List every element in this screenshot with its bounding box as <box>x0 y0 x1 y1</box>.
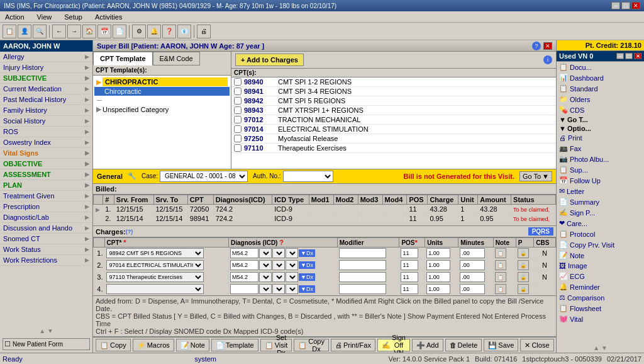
menu-setup[interactable]: Setup <box>62 13 85 21</box>
cr4-note[interactable]: 📋 <box>493 283 516 295</box>
cr3-p-button[interactable]: 🔒 <box>518 272 529 282</box>
right-menu-sign[interactable]: ✍ Sign P... <box>557 207 644 218</box>
cr3-modifier-input[interactable] <box>339 272 386 282</box>
sidebar-item-social[interactable]: Social History ▶ <box>0 116 92 127</box>
sidebar-item-assessment[interactable]: ASSESSMENT ▶ <box>0 169 92 180</box>
menu-action[interactable]: Action <box>3 13 27 21</box>
cpt-check-97014[interactable] <box>234 125 242 133</box>
sidebar-item-pmh[interactable]: Past Medical History ▶ <box>0 94 92 105</box>
right-menu-dashboard[interactable]: 📊 Dashboard <box>557 72 644 83</box>
cr1-pos-input[interactable] <box>401 248 418 258</box>
add-button[interactable]: ➕ Add <box>412 339 443 351</box>
sidebar-item-workrestrictions[interactable]: Work Restrictions ▶ <box>0 255 92 266</box>
cr4-p-button[interactable]: 🔒 <box>518 284 529 294</box>
right-menu-protocol[interactable]: 📋 Protocol <box>557 229 644 239</box>
toolbar-btn-8[interactable]: 📄 <box>113 25 126 38</box>
sidebar-item-family[interactable]: Family History ▶ <box>0 105 92 116</box>
cr2-p-button[interactable]: 🔒 <box>518 260 529 270</box>
right-menu-ecg[interactable]: 📈 ECG <box>557 271 644 282</box>
sidebar-item-ros[interactable]: ROS ▶ <box>0 127 92 137</box>
cr3-diag[interactable]: ▼Dx <box>228 271 337 283</box>
right-menu-letter[interactable]: ✉ Letter <box>557 186 644 196</box>
cpt-check-97250[interactable] <box>234 135 242 142</box>
cr1-diag-sel4[interactable] <box>286 248 298 258</box>
cr2-cpt[interactable]: 97014 ELECTRICAL STIMULATION <box>104 259 228 271</box>
right-menu-copy-prv[interactable]: 📄 Copy Prv. Visit <box>557 239 644 250</box>
cpt-check-98943[interactable] <box>234 106 242 114</box>
toolbar-btn-2[interactable]: 👤 <box>18 25 31 38</box>
billed-row-2[interactable]: 2. 12/15/14 12/15/14 98941 724.2 ICD-9 1… <box>94 213 556 223</box>
cr2-diag-input[interactable] <box>230 260 258 270</box>
cpt-check-97012[interactable] <box>234 116 242 123</box>
sidebar-item-snomed[interactable]: Snomed CT ▶ <box>0 234 92 244</box>
cr4-pos[interactable] <box>399 283 425 295</box>
toolbar-btn-1[interactable]: 📋 <box>3 25 16 38</box>
cr4-diag[interactable]: ▼Dx <box>228 283 337 295</box>
cpt-check-98941[interactable] <box>234 88 242 95</box>
cr1-minutes[interactable] <box>458 247 494 259</box>
right-menu-vital[interactable]: 💓 Vital <box>557 314 644 324</box>
cr4-note-button[interactable]: 📋 <box>495 284 506 294</box>
sidebar-item-prescription[interactable]: Prescription ▶ <box>0 202 92 212</box>
tree-item-chiro-sub[interactable]: Chiropractic <box>94 87 230 96</box>
cr2-diag-sel2[interactable] <box>259 260 272 270</box>
cr4-cpt[interactable] <box>104 283 228 295</box>
cr3-cpt[interactable]: 97110 Therapeutic Exercises <box>104 271 228 283</box>
new-patient-button[interactable]: ☐ New Patient Form <box>3 338 90 350</box>
tab-em-code[interactable]: E&M Code <box>153 52 200 65</box>
cr4-modifier-input[interactable] <box>339 284 386 294</box>
cr2-note[interactable]: 📋 <box>493 259 516 271</box>
right-menu-sup[interactable]: 📋 Sup... <box>557 164 644 175</box>
cr3-pos[interactable] <box>399 271 425 283</box>
sidebar-item-medication[interactable]: Current Medication ▶ <box>0 84 92 94</box>
right-menu-photo[interactable]: 📷 Photo Albu... <box>557 154 644 164</box>
cr3-diag-sel4[interactable] <box>286 272 298 282</box>
right-menu-comparison[interactable]: ⚖ Comparison <box>557 292 644 303</box>
right-menu-image[interactable]: 🖼 Image <box>557 261 644 271</box>
right-menu-olders[interactable]: 📁 Olders <box>557 94 644 105</box>
menu-activities[interactable]: Activities <box>92 13 125 21</box>
right-menu-print[interactable]: 🖨 Print <box>557 133 644 143</box>
cr3-pos-input[interactable] <box>401 272 418 282</box>
copy-dx-button[interactable]: 📋 Copy Dx <box>294 339 329 351</box>
cr1-cpt[interactable]: 98942 CMT SPI 5 REGIONS <box>104 247 228 259</box>
sidebar-item-subjective[interactable]: SUBJECTIVE ▶ <box>0 73 92 84</box>
cr4-p[interactable]: 🔒 <box>516 283 533 295</box>
menu-view[interactable]: View <box>35 13 55 21</box>
cr1-units[interactable] <box>425 247 458 259</box>
cr1-cpt-select[interactable]: 98942 CMT SPI 5 REGIONS <box>106 248 204 258</box>
sidebar-scroll-arrows[interactable]: ▲ ▼ <box>0 326 92 336</box>
cr4-units[interactable] <box>425 283 458 295</box>
right-menu-fax[interactable]: 📠 Fax <box>557 143 644 154</box>
template-button[interactable]: 📄 Template <box>211 339 258 351</box>
cr3-p[interactable]: 🔒 <box>516 271 533 283</box>
cr2-p[interactable]: 🔒 <box>516 259 533 271</box>
toolbar-btn-11[interactable]: ❓ <box>162 25 176 38</box>
right-menu-followup[interactable]: 📅 Follow Up <box>557 175 644 186</box>
cr2-modifier[interactable] <box>337 259 399 271</box>
toolbar-btn-6[interactable]: 🏠 <box>82 25 96 38</box>
panel-scroll-arrows[interactable]: ▲ ▼ <box>557 343 644 353</box>
cr1-diag-input[interactable] <box>230 248 258 258</box>
cr1-diag[interactable]: ▼Dx <box>228 247 337 259</box>
cr4-cpt-select[interactable] <box>106 284 204 294</box>
billed-row-1[interactable]: ▶ 1. 12/15/15 12/15/15 72050 724.2 ICD-9… <box>94 204 556 213</box>
cr3-modifier[interactable] <box>337 271 399 283</box>
add-charges-button[interactable]: + Add to Charges <box>235 54 304 66</box>
cr2-minutes-input[interactable] <box>460 260 485 270</box>
info-button[interactable]: ? <box>532 42 541 50</box>
cr4-diag-sel2[interactable] <box>259 284 272 294</box>
cr2-units-input[interactable] <box>426 260 450 270</box>
case-select[interactable]: GENERAL 02 - 0001 - 08/ <box>160 171 248 182</box>
cr1-minutes-input[interactable] <box>460 248 485 258</box>
cr2-diag-sel3[interactable] <box>272 260 285 270</box>
patient-name[interactable]: AARON, JOHN W <box>0 40 92 52</box>
toolbar-btn-13[interactable]: 🖨 <box>197 25 211 38</box>
set-visit-dx-button[interactable]: 📋 Set Visit Dx <box>260 339 292 351</box>
cr3-note[interactable]: 📋 <box>493 271 516 283</box>
main-close-button[interactable]: ✕ <box>631 2 640 9</box>
panel-max-btn[interactable]: □ <box>625 53 633 59</box>
cr1-p[interactable]: 🔒 <box>516 247 533 259</box>
toolbar-btn-10[interactable]: 🔔 <box>147 25 161 38</box>
cr3-units-input[interactable] <box>426 272 450 282</box>
